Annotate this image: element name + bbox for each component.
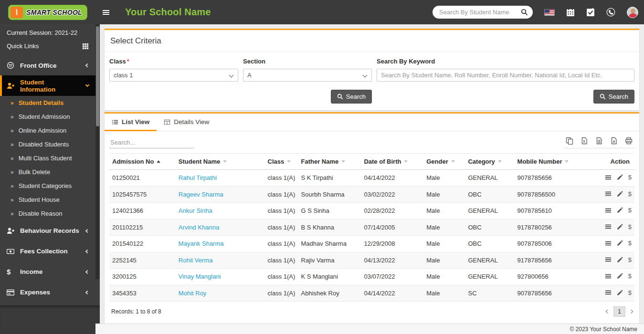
- user-avatar[interactable]: [627, 7, 638, 18]
- sidebar-item-online-admission[interactable]: »Online Admission: [0, 124, 95, 137]
- fees-dollar-icon[interactable]: $: [628, 256, 632, 263]
- export-csv-icon[interactable]: [595, 137, 603, 145]
- fees-dollar-icon[interactable]: $: [628, 272, 632, 280]
- grid-icon[interactable]: [82, 43, 89, 50]
- sidebar-item-income[interactable]: $ Income: [0, 261, 95, 282]
- student-name-link[interactable]: Ankur Sinha: [179, 207, 212, 214]
- sidebar-item-bulk-delete[interactable]: »Bulk Delete: [0, 165, 95, 179]
- export-copy-icon[interactable]: [566, 137, 573, 145]
- header-search: [433, 6, 533, 19]
- father-name-cell: G S Sinha: [298, 203, 361, 219]
- edit-pencil-icon[interactable]: [617, 290, 623, 296]
- pagination-prev-icon[interactable]: [606, 310, 610, 313]
- sidebar-item-expenses[interactable]: Expenses: [0, 282, 95, 303]
- student-name-link[interactable]: Mayank Sharma: [179, 240, 224, 247]
- col-mobile-number[interactable]: Mobile Number: [515, 154, 602, 170]
- profile-list-icon[interactable]: [605, 207, 612, 214]
- edit-pencil-icon[interactable]: [617, 224, 623, 230]
- sidebar-item-multi-class-student[interactable]: »Multi Class Student: [0, 151, 95, 165]
- class-search-button[interactable]: Search: [331, 90, 372, 104]
- profile-list-icon[interactable]: [605, 240, 612, 247]
- father-name-cell: Madhav Sharma: [298, 236, 361, 252]
- action-cell: $: [602, 269, 634, 285]
- col-student-name[interactable]: Student Name: [176, 154, 265, 170]
- sidebar-item-student-details[interactable]: »Student Details: [0, 96, 95, 110]
- sidebar: Current Session: 2021-22 Quick Links Fro…: [0, 24, 100, 334]
- pagination-next-icon[interactable]: [629, 310, 633, 313]
- student-name-cell: Rahul Tirpathi: [176, 170, 265, 187]
- student-name-link[interactable]: Rohit Verma: [179, 257, 213, 264]
- dob-cell: 04/14/2022: [361, 285, 423, 302]
- sidebar-item-student-house[interactable]: »Student House: [0, 193, 95, 207]
- profile-list-icon[interactable]: [605, 223, 612, 230]
- keyword-input[interactable]: [377, 69, 634, 82]
- col-date-of-birth[interactable]: Date of Birth: [361, 154, 423, 170]
- fees-dollar-icon[interactable]: $: [628, 174, 632, 181]
- fees-dollar-icon[interactable]: $: [628, 190, 632, 198]
- edit-pencil-icon[interactable]: [617, 240, 623, 246]
- language-flag-icon[interactable]: [544, 9, 555, 16]
- edit-pencil-icon[interactable]: [617, 273, 623, 279]
- col-class[interactable]: Class: [265, 154, 298, 170]
- sidebar-item-student-admission[interactable]: »Student Admission: [0, 110, 95, 124]
- col-gender[interactable]: Gender: [423, 154, 465, 170]
- student-name-link[interactable]: Rahul Tirpathi: [179, 174, 217, 181]
- sidebar-item-student-information[interactable]: Student Information: [0, 75, 95, 96]
- table-search-input[interactable]: [109, 137, 194, 148]
- quick-links[interactable]: Quick Links: [0, 38, 95, 55]
- profile-list-icon[interactable]: [605, 256, 612, 263]
- keyword-search-button[interactable]: Search: [593, 90, 634, 104]
- col-admission-no[interactable]: Admission No: [109, 154, 176, 170]
- edit-pencil-icon[interactable]: [617, 174, 623, 180]
- export-excel-icon[interactable]: [581, 137, 588, 145]
- fees-dollar-icon[interactable]: $: [628, 223, 632, 230]
- profile-list-icon[interactable]: [605, 174, 612, 181]
- class-select[interactable]: class 1: [109, 69, 238, 82]
- father-name-cell: K S Manglani: [298, 269, 361, 285]
- fees-dollar-icon[interactable]: $: [628, 289, 632, 296]
- search-by-keyword-label: Search By Keyword: [377, 58, 634, 65]
- student-name-link[interactable]: Mohit Roy: [179, 290, 207, 297]
- sidebar-item-student-categories[interactable]: »Student Categories: [0, 179, 95, 193]
- profile-list-icon[interactable]: [605, 289, 612, 296]
- sort-icon: [223, 160, 227, 163]
- search-icon[interactable]: [521, 9, 528, 16]
- fees-dollar-icon[interactable]: $: [628, 207, 632, 214]
- father-name-cell: B S Khanna: [298, 219, 361, 236]
- mobile-cell: 90787856500: [515, 186, 602, 203]
- tab-list-view[interactable]: List View: [105, 114, 157, 131]
- pagination-page-1[interactable]: 1: [613, 306, 625, 317]
- sidebar-item-disable-reason[interactable]: »Disable Reason: [0, 207, 95, 220]
- submenu-arrow-icon: »: [11, 155, 14, 162]
- student-name-link[interactable]: Rageev Sharma: [179, 191, 223, 198]
- export-print-icon[interactable]: [625, 137, 633, 145]
- fees-dollar-icon[interactable]: $: [628, 240, 632, 247]
- export-pdf-icon[interactable]: [610, 137, 618, 145]
- col-father-name[interactable]: Father Name: [298, 154, 361, 170]
- class-cell: class 1(A): [265, 252, 298, 269]
- tasks-icon[interactable]: [586, 8, 595, 17]
- hamburger-menu-icon[interactable]: [101, 9, 112, 16]
- col-category[interactable]: Category: [465, 154, 514, 170]
- section-select[interactable]: A: [243, 69, 372, 82]
- sidebar-item-behaviour-records[interactable]: Behaviour Records: [0, 220, 95, 241]
- edit-pencil-icon[interactable]: [617, 257, 623, 263]
- expenses-icon: [7, 289, 14, 296]
- profile-list-icon[interactable]: [605, 190, 612, 197]
- profile-list-icon[interactable]: [605, 273, 612, 280]
- app-logo[interactable]: ⌇ SMART SCHOOL: [0, 0, 95, 24]
- front-office-icon: [7, 62, 14, 69]
- tab-details-view[interactable]: Details View: [157, 114, 216, 131]
- edit-pencil-icon[interactable]: [617, 191, 623, 197]
- sidebar-item-front-office[interactable]: Front Office: [0, 55, 95, 75]
- whatsapp-icon[interactable]: [606, 8, 615, 17]
- category-cell: GENERAL: [465, 269, 514, 285]
- edit-pencil-icon[interactable]: [617, 207, 623, 213]
- sidebar-item-disabled-students[interactable]: »Disabled Students: [0, 137, 95, 151]
- student-name-link[interactable]: Arvind Khanna: [179, 224, 219, 231]
- calendar-icon[interactable]: [566, 8, 575, 17]
- sidebar-item-fees-collection[interactable]: Fees Collection: [0, 241, 95, 261]
- sidebar-scrollbar-thumb[interactable]: [96, 26, 99, 126]
- header-search-input[interactable]: [439, 9, 521, 16]
- student-name-link[interactable]: Vinay Manglani: [179, 273, 221, 280]
